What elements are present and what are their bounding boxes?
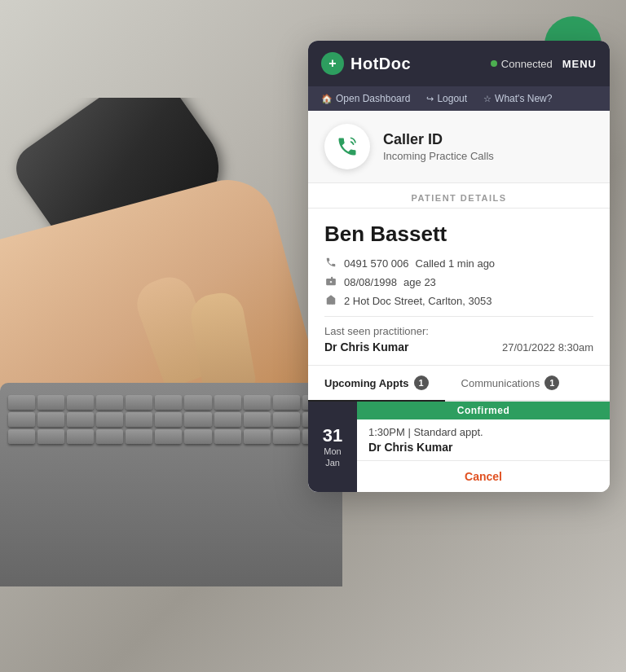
tab-communications[interactable]: Communications 1 [445,366,576,400]
house-icon: 🏠 [321,94,333,104]
logo-text: HotDoc [350,55,411,73]
appt-details-column: Confirmed 1:30PM | Standard appt. Dr Chr… [357,402,610,492]
caller-id-text: Caller ID Incoming Practice Calls [383,131,494,162]
caller-id-section: Caller ID Incoming Practice Calls [308,111,610,183]
last-seen-row: Dr Chris Kumar 27/01/2022 8:30am [324,340,593,354]
birthday-icon [324,275,337,289]
logo-cross-icon: + [321,52,344,75]
patient-age: age 23 [403,276,436,288]
cancel-button[interactable]: Cancel [465,470,502,483]
appt-info: 1:30PM | Standard appt. Dr Chris Kumar [357,419,610,461]
connected-label: Connected [501,58,553,70]
menu-button[interactable]: MENU [562,58,597,70]
practitioner-name: Dr Chris Kumar [324,340,408,354]
appointment-section: 31 Mon Jan Confirmed 1:30PM | Standard a… [308,402,610,492]
home-icon [324,294,337,308]
app-nav: 🏠 Open Dashboard ↪ Logout ☆ What's New? [308,86,610,111]
tab-communications-label: Communications [461,377,540,389]
caller-id-title: Caller ID [383,131,494,148]
appt-date-column: 31 Mon Jan [308,402,357,492]
appointment-card: 31 Mon Jan Confirmed 1:30PM | Standard a… [308,402,610,492]
logo: + HotDoc [321,52,411,75]
appt-confirmed-bar: Confirmed [357,402,610,419]
star-icon: ☆ [483,94,492,104]
nav-whats-new[interactable]: ☆ What's New? [483,93,552,104]
app-panel: + HotDoc Connected MENU 🏠 Open Dashboard… [308,41,610,492]
patient-address-row: 2 Hot Doc Street, Carlton, 3053 [324,294,593,308]
header-right: Connected MENU [491,58,597,70]
tab-upcoming-badge: 1 [414,376,429,390]
patient-dob: 08/08/1998 [344,276,397,288]
nav-dashboard[interactable]: 🏠 Open Dashboard [321,93,410,104]
tabs-section: Upcoming Appts 1 Communications 1 [308,366,610,402]
logout-icon: ↪ [426,94,434,104]
patient-called-ago: Called 1 min ago [416,257,496,270]
patient-phone: 0491 570 006 [344,257,409,270]
background-photo [0,98,342,586]
patient-address: 2 Hot Doc Street, Carlton, 3053 [344,295,492,307]
tab-upcoming-label: Upcoming Appts [324,377,409,389]
patient-name-section: Ben Bassett 0491 570 006 Called 1 min ag… [308,209,610,366]
appt-day-number: 31 [323,427,342,445]
appt-day-name: Mon [324,446,341,456]
appt-cancel-row: Cancel [357,461,610,492]
divider [324,316,593,317]
tab-communications-badge: 1 [544,376,559,390]
patient-name: Ben Bassett [324,222,593,247]
patient-phone-row: 0491 570 006 Called 1 min ago [324,257,593,270]
tab-upcoming-appts[interactable]: Upcoming Appts 1 [308,366,445,402]
appt-doctor: Dr Chris Kumar [368,441,598,454]
caller-id-icon-circle [324,124,370,169]
app-header: + HotDoc Connected MENU [308,41,610,86]
patient-dob-row: 08/08/1998 age 23 [324,275,593,289]
connected-dot-icon [491,60,497,67]
last-seen-date: 27/01/2022 8:30am [502,341,593,354]
nav-logout[interactable]: ↪ Logout [426,93,467,104]
patient-details-header: PATIENT DETAILS [308,183,610,209]
appt-time-type: 1:30PM | Standard appt. [368,426,598,438]
caller-id-subtitle: Incoming Practice Calls [383,150,494,162]
appt-month: Jan [325,458,340,468]
last-seen-label: Last seen practitioner: [324,325,593,337]
phone-icon [324,257,337,270]
connected-badge: Connected [491,58,553,70]
phone-wave-icon [336,135,359,158]
